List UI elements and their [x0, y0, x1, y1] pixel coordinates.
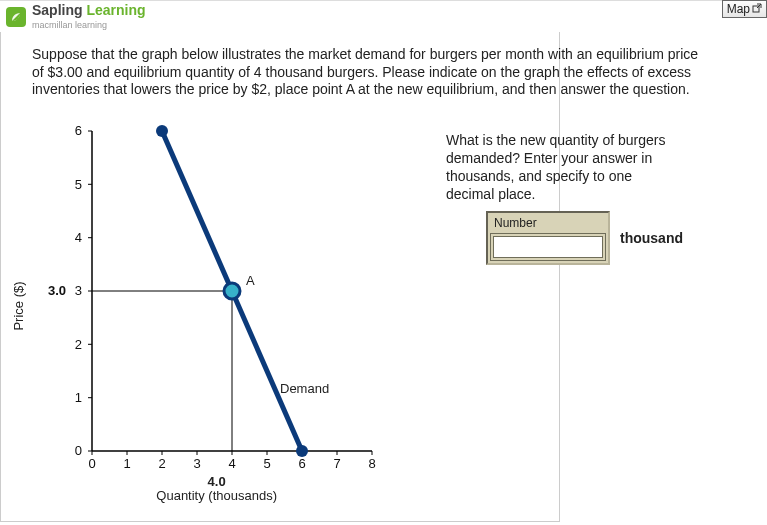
brand: Sapling Learning macmillan learning — [0, 1, 158, 30]
app-header: Sapling Learning macmillan learning — [0, 0, 767, 32]
svg-text:0: 0 — [88, 456, 95, 471]
x-axis-label: 4.0 Quantity (thousands) — [156, 475, 277, 502]
chart-svg: 0 1 2 3 3.0 4 5 6 — [22, 111, 392, 501]
svg-point-40 — [296, 445, 308, 457]
leaf-icon — [6, 7, 26, 27]
number-input-label: Number — [490, 215, 606, 233]
svg-text:1: 1 — [75, 390, 82, 405]
popout-icon — [752, 2, 762, 16]
svg-text:3: 3 — [193, 456, 200, 471]
x-axis-title: Quantity (thousands) — [156, 488, 277, 503]
answer-input[interactable] — [493, 236, 603, 258]
svg-text:2: 2 — [75, 337, 82, 352]
brand-word-1: Sapling — [32, 2, 83, 18]
brand-word-2: Learning — [86, 2, 145, 18]
svg-point-39 — [156, 125, 168, 137]
svg-text:7: 7 — [333, 456, 340, 471]
map-button[interactable]: Map — [722, 0, 767, 18]
svg-text:3.0: 3.0 — [48, 283, 66, 298]
svg-text:3: 3 — [75, 283, 82, 298]
demand-series-label: Demand — [280, 381, 329, 396]
svg-text:2: 2 — [158, 456, 165, 471]
svg-text:4: 4 — [75, 230, 82, 245]
point-a-label: A — [246, 273, 255, 288]
svg-text:1: 1 — [123, 456, 130, 471]
demand-chart[interactable]: 0 1 2 3 3.0 4 5 6 — [22, 111, 392, 501]
number-input-frame: Number — [486, 211, 610, 265]
brand-subtitle: macmillan learning — [32, 20, 107, 30]
svg-text:4: 4 — [228, 456, 235, 471]
svg-text:5: 5 — [263, 456, 270, 471]
svg-text:0: 0 — [75, 443, 82, 458]
answer-question: What is the new quantity of burgers dema… — [446, 131, 672, 204]
map-button-label: Map — [727, 2, 750, 16]
svg-text:8: 8 — [368, 456, 375, 471]
svg-text:5: 5 — [75, 177, 82, 192]
svg-text:6: 6 — [75, 123, 82, 138]
unit-label: thousand — [620, 230, 683, 246]
brand-text: Sapling Learning macmillan learning — [32, 3, 146, 30]
question-prompt: Suppose that the graph below illustrates… — [0, 32, 720, 105]
svg-text:6: 6 — [298, 456, 305, 471]
svg-point-41 — [224, 283, 240, 299]
y-axis-label: Price ($) — [11, 281, 26, 330]
